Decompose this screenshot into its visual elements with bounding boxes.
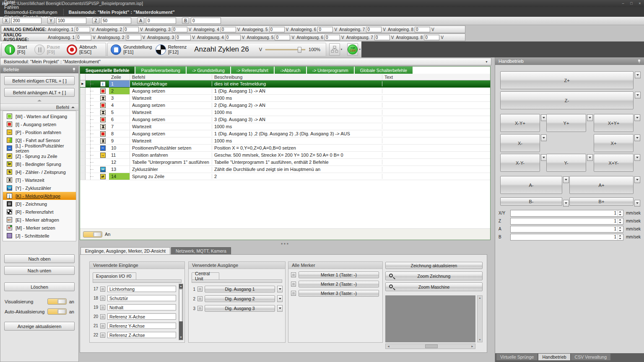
menu-item[interactable]: Datei	[0, 0, 62, 5]
zeile-cell[interactable]: 10	[109, 145, 130, 151]
program-tab[interactable]: -> Unterprogramm	[307, 67, 354, 74]
right-panel-tab[interactable]: Handbetrieb	[538, 354, 570, 360]
analog-channel-value[interactable]: 0	[415, 27, 430, 32]
table-row[interactable]: 7 Wartezeit 1000 ms	[80, 123, 490, 130]
jog-a-plus-button[interactable]: A+	[569, 176, 634, 194]
command-list-item[interactable]: [M] - Merker setzen	[3, 224, 76, 232]
visualization-toggle[interactable]	[47, 298, 67, 305]
jog-dropdown-button[interactable]	[541, 134, 547, 141]
table-row[interactable]: 5 Wartezeit 1000 ms	[80, 109, 490, 116]
scroll-down-icon[interactable]: ▼	[179, 335, 183, 340]
refresh-display-button[interactable]: Anzeige aktualisieren	[4, 322, 75, 331]
command-list-item[interactable]: [Y] - Zykluszähler	[3, 184, 76, 192]
expansion-io-tab[interactable]: Expansion I/O #0	[93, 272, 136, 279]
merker-checkbox[interactable]	[291, 282, 296, 287]
table-row[interactable]: 8 Ausgang setzen 1 (Dig. Ausgang 1) ,2 (…	[80, 130, 490, 137]
beschreibung-cell[interactable]: 1000 ms	[212, 124, 382, 129]
program-tab[interactable]: Globale Schalterbefehle	[355, 67, 413, 74]
befehl-cell[interactable]: Ausgang setzen	[130, 88, 212, 93]
beschreibung-cell[interactable]: Tabelle "Unterprogramm 1" ausführen, ent…	[212, 160, 382, 165]
analog-channel-value[interactable]: 0	[123, 27, 139, 32]
zeile-cell[interactable]: 8	[109, 130, 130, 137]
zeile-cell[interactable]: 2	[109, 88, 130, 94]
befehl-cell[interactable]: Meldung/Abfrage	[130, 81, 212, 86]
input-checkbox[interactable]	[100, 314, 105, 319]
jog-dropdown-button[interactable]	[635, 72, 641, 78]
table-row[interactable]: 3 Wartezeit 1000 ms	[80, 95, 490, 102]
jog-y-plus-button[interactable]: Y+	[546, 114, 586, 132]
beschreibung-cell[interactable]: Position X = 0,Y=0,Z=0,A=0,B=0 setzen	[212, 145, 382, 150]
input-name-field[interactable]: Nothalt	[107, 304, 176, 310]
horizontal-splitter[interactable]: ●●●	[80, 241, 491, 246]
command-list-item[interactable]: [K] - Meldung/Abfrage	[3, 192, 76, 200]
move-up-button[interactable]: Nach oben	[4, 254, 75, 263]
io-panel-tab[interactable]: Eingänge, Ausgänge, Merker, 2D-Ansicht	[80, 247, 170, 254]
speed-input[interactable]: 1	[510, 226, 623, 233]
zeile-cell[interactable]: 12	[109, 159, 130, 165]
close-icon[interactable]: ×	[637, 0, 642, 7]
analog-channel-value[interactable]: 0	[175, 35, 191, 40]
auto-refresh-toggle[interactable]	[47, 308, 67, 315]
zoom-machine-button[interactable]: Zoom Maschine	[385, 282, 483, 291]
jog-x-plus-button[interactable]: X+	[594, 134, 634, 152]
jog-y-minus-button[interactable]: Y-	[546, 154, 586, 172]
zeile-cell[interactable]: 11	[109, 152, 130, 158]
befehl-cell[interactable]: Wartezeit	[130, 110, 212, 115]
input-name-field[interactable]: Referenz Y-Achse	[107, 323, 176, 329]
insert-command-button[interactable]: Befehl einfügen CTRL + [ ]	[4, 76, 75, 85]
jog-dropdown-button[interactable]	[634, 154, 640, 161]
csv-mqtt-dropdown[interactable]: ▼	[358, 43, 361, 56]
window-layout-button[interactable]	[329, 43, 340, 56]
row-selector-cell[interactable]	[80, 166, 86, 173]
command-section-header[interactable]: Befehl	[0, 103, 78, 111]
zeile-cell[interactable]: 14	[109, 173, 130, 180]
analog-channel-value[interactable]: 0	[76, 35, 91, 40]
speed-input[interactable]: 1	[510, 210, 623, 217]
beschreibung-cell[interactable]: 1000 ms	[212, 138, 382, 143]
beschreibung-cell[interactable]: 3 (Dig. Ausgang 3) -> AN	[212, 117, 382, 122]
menu-item[interactable]: Basismodul-Einstellungen	[0, 10, 62, 15]
axis-value-field[interactable]: 50	[101, 18, 131, 24]
input-checkbox[interactable]	[100, 323, 105, 328]
jog-a-minus-button[interactable]: A-	[500, 176, 562, 194]
output-button[interactable]: Dig. Ausgang 1	[205, 286, 275, 292]
command-list-item[interactable]: [H] - Zähler- / Zeitsprung	[3, 168, 76, 176]
program-tab[interactable]: -> Referenzfahrt	[231, 67, 274, 74]
befehl-cell[interactable]: Wartezeit	[130, 138, 212, 143]
table-row[interactable]: 11 Position anfahren Geschw. 500 mm/sek,…	[80, 152, 490, 159]
row-selector-cell[interactable]	[80, 123, 86, 130]
input-name-field[interactable]: Referenz Z-Achse	[107, 332, 176, 338]
befehl-cell[interactable]: Wartezeit	[130, 96, 212, 101]
program-tab[interactable]: -> Grundstellung	[187, 67, 230, 74]
chevron-down-icon[interactable]: ▼	[485, 60, 488, 63]
speed-slider[interactable]	[265, 49, 305, 50]
abort-button[interactable]: Abbruch [ESC]	[67, 44, 103, 55]
spinner-arrows-icon[interactable]	[618, 226, 622, 232]
befehl-cell[interactable]: Ausgang setzen	[130, 131, 212, 136]
program-tab[interactable]: ->Abbruch	[275, 67, 306, 74]
input-name-field[interactable]: Lichtvorhang	[107, 286, 176, 292]
befehl-cell[interactable]: Tabelle "Unterprogramm 1" ausführen	[130, 160, 212, 165]
maximize-icon[interactable]: □	[629, 0, 634, 7]
speed-slider-thumb[interactable]	[298, 47, 301, 53]
pin-icon[interactable]	[73, 68, 75, 72]
axis-value-field[interactable]: 0	[191, 18, 221, 24]
command-list-item[interactable]: [Z] - Sprung zu Zeile	[3, 152, 76, 160]
csv-mqtt-button[interactable]: mqtt CSV	[347, 43, 358, 56]
zoom-drawing-button[interactable]: Zoom Zeichnung	[385, 272, 483, 280]
spinner-arrows-icon[interactable]	[618, 234, 622, 240]
jog-dropdown-button[interactable]	[541, 154, 547, 161]
jog-dropdown-button[interactable]	[587, 114, 593, 121]
command-list-item[interactable]: [R] - Referenzfahrt	[3, 208, 76, 216]
analog-channel-value[interactable]: 0	[172, 27, 187, 32]
output-button[interactable]: Dig. Ausgang 2	[205, 295, 275, 302]
input-checkbox[interactable]	[100, 296, 105, 301]
jog-dropdown-button[interactable]	[563, 200, 569, 207]
beschreibung-cell[interactable]: 1000 ms	[212, 96, 382, 101]
output-checkbox[interactable]	[197, 296, 203, 301]
analog-channel-value[interactable]: 0	[75, 27, 90, 32]
row-selector-cell[interactable]	[80, 109, 86, 116]
row-selector-cell[interactable]	[80, 116, 86, 123]
right-panel-tab[interactable]: Virtuelle Sprünge	[496, 354, 538, 360]
table-row[interactable]: 12 Tabelle "Unterprogramm 1" ausführen T…	[80, 159, 490, 166]
